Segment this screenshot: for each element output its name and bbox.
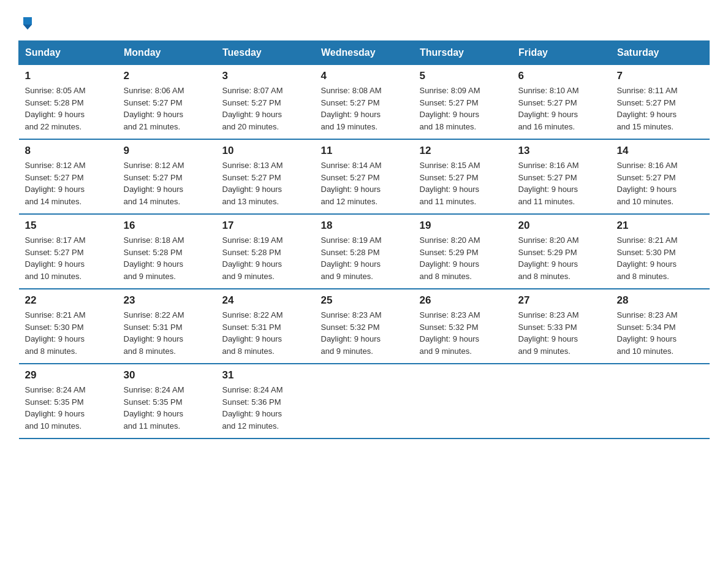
day-cell: 31Sunrise: 8:24 AMSunset: 5:36 PMDayligh…: [216, 364, 315, 439]
day-number: 14: [617, 145, 703, 157]
day-cell: 20Sunrise: 8:20 AMSunset: 5:29 PMDayligh…: [512, 214, 611, 289]
day-info: Sunrise: 8:13 AMSunset: 5:27 PMDaylight:…: [222, 159, 309, 207]
day-info: Sunrise: 8:23 AMSunset: 5:32 PMDaylight:…: [420, 309, 506, 357]
day-number: 4: [321, 70, 408, 82]
col-header-thursday: Thursday: [414, 41, 512, 65]
day-cell: 22Sunrise: 8:21 AMSunset: 5:30 PMDayligh…: [19, 289, 118, 364]
day-cell: 28Sunrise: 8:23 AMSunset: 5:34 PMDayligh…: [611, 289, 710, 364]
day-number: 19: [420, 220, 506, 232]
day-number: 17: [222, 220, 309, 232]
day-info: Sunrise: 8:17 AMSunset: 5:27 PMDaylight:…: [25, 234, 112, 282]
day-info: Sunrise: 8:23 AMSunset: 5:34 PMDaylight:…: [617, 309, 703, 357]
logo: [18, 12, 34, 29]
day-info: Sunrise: 8:12 AMSunset: 5:27 PMDaylight:…: [25, 159, 112, 207]
day-cell: 30Sunrise: 8:24 AMSunset: 5:35 PMDayligh…: [118, 364, 216, 439]
day-cell: 19Sunrise: 8:20 AMSunset: 5:29 PMDayligh…: [414, 214, 512, 289]
day-cell: [315, 364, 414, 439]
day-number: 10: [222, 145, 309, 157]
day-info: Sunrise: 8:19 AMSunset: 5:28 PMDaylight:…: [222, 234, 309, 282]
col-header-sunday: Sunday: [19, 41, 118, 65]
day-number: 24: [222, 294, 309, 307]
day-cell: [414, 364, 512, 439]
day-cell: 5Sunrise: 8:09 AMSunset: 5:27 PMDaylight…: [414, 65, 512, 140]
week-row-5: 29Sunrise: 8:24 AMSunset: 5:35 PMDayligh…: [19, 364, 710, 439]
day-number: 3: [222, 70, 309, 82]
day-info: Sunrise: 8:20 AMSunset: 5:29 PMDaylight:…: [518, 234, 605, 282]
day-cell: 3Sunrise: 8:07 AMSunset: 5:27 PMDaylight…: [216, 65, 315, 140]
day-number: 23: [124, 294, 210, 307]
day-info: Sunrise: 8:05 AMSunset: 5:28 PMDaylight:…: [25, 85, 112, 132]
header-row: SundayMondayTuesdayWednesdayThursdayFrid…: [19, 41, 710, 65]
day-number: 31: [222, 369, 309, 381]
day-info: Sunrise: 8:21 AMSunset: 5:30 PMDaylight:…: [617, 234, 703, 282]
day-info: Sunrise: 8:24 AMSunset: 5:35 PMDaylight:…: [25, 384, 112, 432]
day-number: 12: [420, 145, 506, 157]
day-info: Sunrise: 8:12 AMSunset: 5:27 PMDaylight:…: [124, 159, 210, 207]
day-info: Sunrise: 8:19 AMSunset: 5:28 PMDaylight:…: [321, 234, 408, 282]
day-info: Sunrise: 8:08 AMSunset: 5:27 PMDaylight:…: [321, 85, 408, 132]
week-row-2: 8Sunrise: 8:12 AMSunset: 5:27 PMDaylight…: [19, 139, 710, 214]
day-cell: 16Sunrise: 8:18 AMSunset: 5:28 PMDayligh…: [118, 214, 216, 289]
day-number: 2: [124, 70, 210, 82]
day-info: Sunrise: 8:24 AMSunset: 5:36 PMDaylight:…: [222, 384, 309, 432]
day-info: Sunrise: 8:24 AMSunset: 5:35 PMDaylight:…: [124, 384, 210, 432]
day-info: Sunrise: 8:11 AMSunset: 5:27 PMDaylight:…: [617, 85, 703, 132]
day-number: 21: [617, 220, 703, 232]
day-number: 13: [518, 145, 605, 157]
day-cell: 27Sunrise: 8:23 AMSunset: 5:33 PMDayligh…: [512, 289, 611, 364]
day-info: Sunrise: 8:10 AMSunset: 5:27 PMDaylight:…: [518, 85, 605, 132]
day-info: Sunrise: 8:16 AMSunset: 5:27 PMDaylight:…: [518, 159, 605, 207]
day-info: Sunrise: 8:16 AMSunset: 5:27 PMDaylight:…: [617, 159, 703, 207]
day-cell: 2Sunrise: 8:06 AMSunset: 5:27 PMDaylight…: [118, 65, 216, 140]
day-cell: [611, 364, 710, 439]
day-cell: 21Sunrise: 8:21 AMSunset: 5:30 PMDayligh…: [611, 214, 710, 289]
day-number: 7: [617, 70, 703, 82]
day-cell: 14Sunrise: 8:16 AMSunset: 5:27 PMDayligh…: [611, 139, 710, 214]
day-cell: 26Sunrise: 8:23 AMSunset: 5:32 PMDayligh…: [414, 289, 512, 364]
day-number: 1: [25, 70, 112, 82]
day-info: Sunrise: 8:22 AMSunset: 5:31 PMDaylight:…: [124, 309, 210, 357]
day-cell: 10Sunrise: 8:13 AMSunset: 5:27 PMDayligh…: [216, 139, 315, 214]
day-cell: 13Sunrise: 8:16 AMSunset: 5:27 PMDayligh…: [512, 139, 611, 214]
day-cell: 6Sunrise: 8:10 AMSunset: 5:27 PMDaylight…: [512, 65, 611, 140]
day-cell: 7Sunrise: 8:11 AMSunset: 5:27 PMDaylight…: [611, 65, 710, 140]
col-header-wednesday: Wednesday: [315, 41, 414, 65]
week-row-4: 22Sunrise: 8:21 AMSunset: 5:30 PMDayligh…: [19, 289, 710, 364]
day-info: Sunrise: 8:23 AMSunset: 5:32 PMDaylight:…: [321, 309, 408, 357]
day-number: 25: [321, 294, 408, 307]
week-row-3: 15Sunrise: 8:17 AMSunset: 5:27 PMDayligh…: [19, 214, 710, 289]
day-cell: 9Sunrise: 8:12 AMSunset: 5:27 PMDaylight…: [118, 139, 216, 214]
day-number: 8: [25, 145, 112, 157]
day-number: 16: [124, 220, 210, 232]
day-info: Sunrise: 8:18 AMSunset: 5:28 PMDaylight:…: [124, 234, 210, 282]
day-number: 15: [25, 220, 112, 232]
col-header-friday: Friday: [512, 41, 611, 65]
page-header: [18, 12, 710, 29]
day-number: 29: [25, 369, 112, 381]
day-cell: 17Sunrise: 8:19 AMSunset: 5:28 PMDayligh…: [216, 214, 315, 289]
day-info: Sunrise: 8:06 AMSunset: 5:27 PMDaylight:…: [124, 85, 210, 132]
day-info: Sunrise: 8:15 AMSunset: 5:27 PMDaylight:…: [420, 159, 506, 207]
day-number: 6: [518, 70, 605, 82]
col-header-tuesday: Tuesday: [216, 41, 315, 65]
calendar-table: SundayMondayTuesdayWednesdayThursdayFrid…: [18, 40, 710, 439]
day-cell: [512, 364, 611, 439]
day-number: 11: [321, 145, 408, 157]
day-number: 26: [420, 294, 506, 307]
day-cell: 25Sunrise: 8:23 AMSunset: 5:32 PMDayligh…: [315, 289, 414, 364]
day-cell: 15Sunrise: 8:17 AMSunset: 5:27 PMDayligh…: [19, 214, 118, 289]
day-info: Sunrise: 8:20 AMSunset: 5:29 PMDaylight:…: [420, 234, 506, 282]
day-cell: 23Sunrise: 8:22 AMSunset: 5:31 PMDayligh…: [118, 289, 216, 364]
day-cell: 1Sunrise: 8:05 AMSunset: 5:28 PMDaylight…: [19, 65, 118, 140]
week-row-1: 1Sunrise: 8:05 AMSunset: 5:28 PMDaylight…: [19, 65, 710, 140]
day-info: Sunrise: 8:09 AMSunset: 5:27 PMDaylight:…: [420, 85, 506, 132]
day-number: 30: [124, 369, 210, 381]
day-number: 18: [321, 220, 408, 232]
day-info: Sunrise: 8:07 AMSunset: 5:27 PMDaylight:…: [222, 85, 309, 132]
day-cell: 18Sunrise: 8:19 AMSunset: 5:28 PMDayligh…: [315, 214, 414, 289]
day-cell: 12Sunrise: 8:15 AMSunset: 5:27 PMDayligh…: [414, 139, 512, 214]
col-header-saturday: Saturday: [611, 41, 710, 65]
col-header-monday: Monday: [118, 41, 216, 65]
day-info: Sunrise: 8:22 AMSunset: 5:31 PMDaylight:…: [222, 309, 309, 357]
day-cell: 4Sunrise: 8:08 AMSunset: 5:27 PMDaylight…: [315, 65, 414, 140]
